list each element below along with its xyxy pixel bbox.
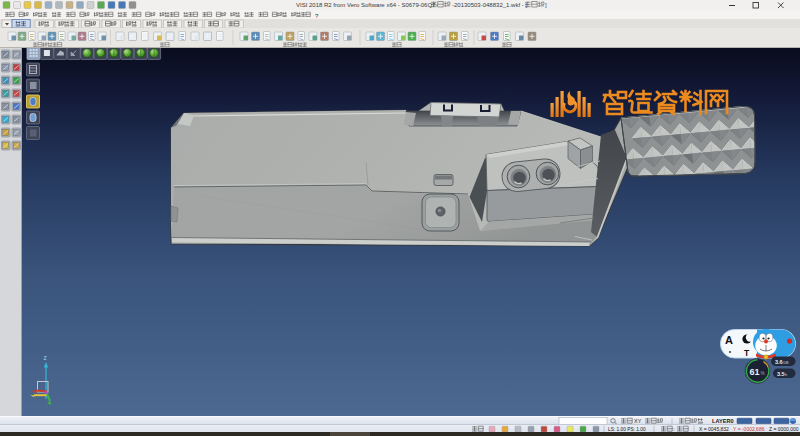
svg-text:]: ] (545, 2, 547, 8)
svg-text:?: ? (315, 13, 319, 19)
svg-text:3.6GB: 3.6GB (775, 359, 789, 365)
svg-text:z: z (44, 354, 47, 361)
svg-text:-20130503-048832_1.wkf - [: -20130503-048832_1.wkf - [ (452, 2, 527, 8)
svg-text:VISI 2018 R2 from Vero Softwar: VISI 2018 R2 from Vero Software x64 - S0… (296, 2, 437, 8)
svg-text:T: T (744, 348, 750, 358)
svg-text:A: A (725, 334, 733, 346)
svg-text:%: % (761, 371, 765, 376)
svg-text:61: 61 (750, 367, 760, 377)
svg-text:3.5h: 3.5h (777, 371, 788, 377)
